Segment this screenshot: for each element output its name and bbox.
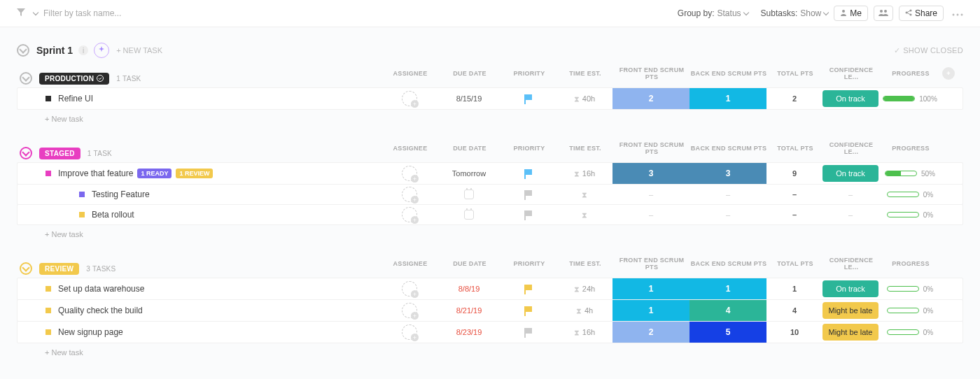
progress-bar[interactable] bbox=[887, 286, 919, 292]
task-title[interactable]: Set up data warehouse bbox=[58, 284, 144, 294]
due-date-value[interactable]: Tomorrow bbox=[452, 169, 486, 178]
total-pts-value[interactable]: 2 bbox=[766, 94, 822, 103]
be-pts-value[interactable]: 5 bbox=[690, 322, 766, 343]
due-date-value[interactable]: 8/8/19 bbox=[458, 285, 480, 293]
progress-bar[interactable] bbox=[883, 96, 915, 101]
task-row[interactable]: Improve that feature 1 READY1 REVIEW Tom… bbox=[17, 162, 963, 185]
col-be-pts[interactable]: BACK END SCRUM PTS bbox=[690, 70, 767, 77]
total-pts-value[interactable]: 4 bbox=[766, 306, 822, 315]
status-square-icon[interactable] bbox=[46, 329, 51, 335]
more-icon[interactable] bbox=[952, 8, 963, 18]
fe-pts-value[interactable]: 1 bbox=[612, 278, 690, 299]
task-row[interactable]: New signup page 8/23/19 ⧗16h 2 5 10 Migh… bbox=[17, 321, 963, 343]
time-estimate-value[interactable]: 16h bbox=[582, 169, 595, 178]
priority-flag-icon[interactable] bbox=[524, 210, 533, 219]
col-due[interactable]: DUE DATE bbox=[438, 260, 501, 267]
confidence-pill[interactable]: Might be late bbox=[822, 324, 878, 341]
assignee-add-icon[interactable] bbox=[402, 207, 417, 222]
col-time[interactable]: TIME EST. bbox=[557, 145, 613, 152]
col-time[interactable]: TIME EST. bbox=[557, 70, 613, 77]
be-pts-value[interactable]: 1 bbox=[690, 278, 766, 299]
new-task-row[interactable]: + New task bbox=[17, 224, 963, 238]
be-pts-value[interactable]: 3 bbox=[690, 163, 766, 184]
col-total-pts[interactable]: TOTAL PTS bbox=[767, 70, 823, 77]
new-task-button[interactable]: + NEW TASK bbox=[116, 46, 162, 55]
due-date-value[interactable]: 8/21/19 bbox=[456, 306, 482, 315]
total-pts-value[interactable]: 10 bbox=[766, 328, 822, 336]
confidence-pill[interactable]: Might be late bbox=[822, 302, 878, 319]
priority-flag-icon[interactable] bbox=[524, 190, 533, 199]
task-title[interactable]: Quality check the build bbox=[58, 306, 143, 315]
time-estimate-value[interactable]: 40h bbox=[582, 94, 595, 103]
task-title[interactable]: Refine UI bbox=[58, 94, 93, 103]
col-fe-pts[interactable]: FRONT END SCRUM PTS bbox=[613, 257, 690, 271]
assignees-button[interactable] bbox=[874, 6, 893, 21]
col-assignee[interactable]: ASSIGNEE bbox=[382, 70, 438, 77]
group-collapse-toggle[interactable] bbox=[20, 262, 32, 275]
status-square-icon[interactable] bbox=[46, 286, 51, 292]
calendar-empty-icon[interactable] bbox=[464, 190, 474, 199]
priority-flag-icon[interactable] bbox=[524, 169, 533, 178]
assignee-add-icon[interactable] bbox=[402, 303, 417, 318]
col-progress[interactable]: PROGRESS bbox=[879, 260, 942, 267]
task-title[interactable]: Improve that feature bbox=[58, 169, 133, 178]
status-square-icon[interactable] bbox=[79, 212, 85, 217]
info-icon[interactable]: i bbox=[78, 45, 88, 55]
total-pts-value[interactable]: – bbox=[766, 190, 822, 199]
col-confidence[interactable]: CONFIDENCE LE... bbox=[823, 66, 879, 80]
me-button[interactable]: Me bbox=[834, 6, 868, 21]
fe-pts-value[interactable]: 3 bbox=[612, 163, 690, 184]
group-collapse-toggle[interactable] bbox=[20, 72, 32, 85]
task-title[interactable]: New signup page bbox=[58, 327, 123, 337]
col-assignee[interactable]: ASSIGNEE bbox=[382, 145, 438, 152]
sprint-collapse-toggle[interactable] bbox=[17, 44, 29, 57]
group-collapse-toggle[interactable] bbox=[20, 147, 32, 159]
hourglass-icon[interactable]: ⧗ bbox=[582, 190, 587, 199]
hourglass-icon[interactable]: ⧗ bbox=[582, 210, 587, 220]
filter-input[interactable] bbox=[43, 8, 183, 18]
col-assignee[interactable]: ASSIGNEE bbox=[382, 260, 438, 267]
col-progress[interactable]: PROGRESS bbox=[879, 70, 942, 77]
priority-flag-icon[interactable] bbox=[524, 328, 533, 336]
col-total-pts[interactable]: TOTAL PTS bbox=[767, 145, 823, 152]
due-date-value[interactable]: 8/23/19 bbox=[456, 328, 482, 336]
status-square-icon[interactable] bbox=[46, 96, 51, 101]
share-button[interactable]: Share bbox=[899, 6, 944, 21]
add-column-button[interactable]: + bbox=[942, 67, 955, 80]
col-priority[interactable]: PRIORITY bbox=[501, 145, 557, 152]
assignee-add-icon[interactable] bbox=[402, 91, 417, 106]
progress-bar[interactable] bbox=[887, 192, 919, 197]
fe-pts-value[interactable]: 2 bbox=[612, 322, 690, 343]
time-estimate-value[interactable]: 16h bbox=[582, 328, 595, 336]
confidence-pill[interactable]: On track bbox=[822, 280, 878, 297]
priority-flag-icon[interactable] bbox=[524, 285, 533, 293]
task-title[interactable]: Beta rollout bbox=[92, 210, 134, 220]
assignee-add-icon[interactable] bbox=[402, 281, 417, 296]
subtasks-control[interactable]: Subtasks: Show bbox=[761, 8, 829, 18]
confidence-pill[interactable]: On track bbox=[822, 165, 878, 182]
status-pill[interactable]: REVIEW bbox=[39, 263, 79, 275]
col-time[interactable]: TIME EST. bbox=[557, 260, 613, 267]
col-due[interactable]: DUE DATE bbox=[438, 145, 501, 152]
col-fe-pts[interactable]: FRONT END SCRUM PTS bbox=[613, 141, 690, 155]
progress-bar[interactable] bbox=[885, 171, 917, 176]
col-confidence[interactable]: CONFIDENCE LE... bbox=[823, 257, 879, 271]
time-estimate-value[interactable]: 4h bbox=[584, 306, 593, 315]
fe-pts-value[interactable]: 1 bbox=[612, 300, 690, 321]
col-priority[interactable]: PRIORITY bbox=[501, 70, 557, 77]
col-be-pts[interactable]: BACK END SCRUM PTS bbox=[690, 260, 767, 267]
col-confidence[interactable]: CONFIDENCE LE... bbox=[823, 141, 879, 155]
be-pts-value[interactable]: 1 bbox=[690, 88, 766, 109]
assignee-add-icon[interactable] bbox=[402, 324, 417, 340]
sparkle-icon[interactable] bbox=[94, 43, 109, 58]
total-pts-value[interactable]: 1 bbox=[766, 285, 822, 293]
col-fe-pts[interactable]: FRONT END SCRUM PTS bbox=[613, 66, 690, 80]
col-priority[interactable]: PRIORITY bbox=[501, 260, 557, 267]
task-row[interactable]: Set up data warehouse 8/8/19 ⧗24h 1 1 1 … bbox=[17, 278, 963, 300]
fe-pts-value[interactable]: 2 bbox=[612, 88, 690, 109]
total-pts-value[interactable]: 9 bbox=[766, 169, 822, 178]
calendar-empty-icon[interactable] bbox=[464, 210, 474, 220]
new-task-row[interactable]: + New task bbox=[17, 109, 963, 123]
status-square-icon[interactable] bbox=[46, 171, 51, 176]
col-be-pts[interactable]: BACK END SCRUM PTS bbox=[690, 145, 767, 152]
